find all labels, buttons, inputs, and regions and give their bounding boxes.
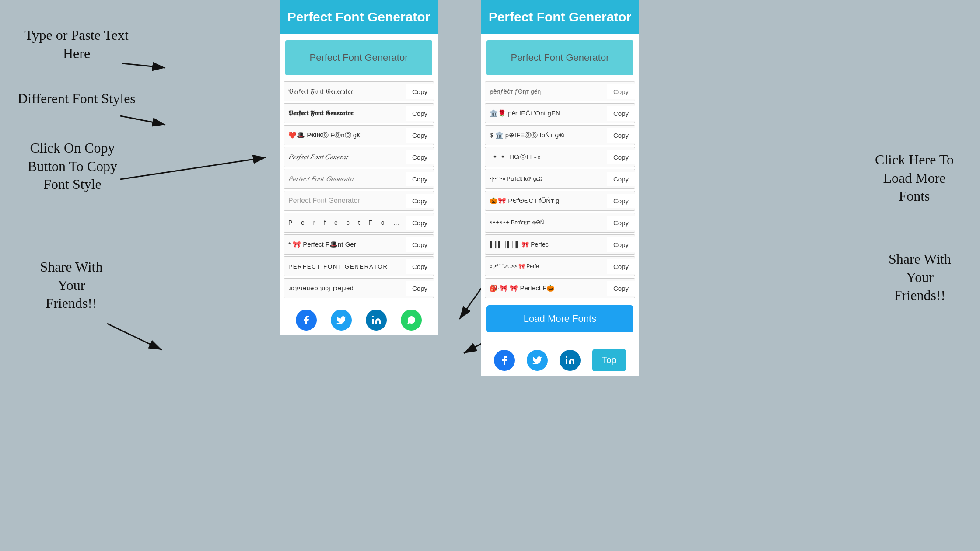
right-font-text-5: 🎃🎀 PЄfΘЄCT fÕŃт g xyxy=(485,194,607,207)
right-copy-btn-3[interactable]: Copy xyxy=(607,150,635,164)
right-font-text-1: 🏛️🌹 pér fEČt 'Ont gEN xyxy=(485,107,607,120)
right-font-text-0: ᵽёяƒёčт ƒΘŋт gёη xyxy=(485,85,607,98)
svg-point-8 xyxy=(566,356,567,358)
svg-point-7 xyxy=(372,316,374,317)
left-panel: Perfect Font Generator Perfect Font Gene… xyxy=(280,0,438,335)
right-copy-btn-1[interactable]: Copy xyxy=(607,106,635,121)
whatsapp-btn-left[interactable] xyxy=(401,310,422,331)
font-text-10: ɹoʇɐɹǝuǝƃ ʇuoɟ ʇɔǝɟɹǝd xyxy=(284,282,406,294)
copy-btn-9[interactable]: Copy xyxy=(406,259,434,274)
copy-btn-8[interactable]: Copy xyxy=(406,237,434,252)
left-panel-title: Perfect Font Generator xyxy=(287,10,430,24)
right-font-row-9: 🎒·🎀 🎀 Perfect F🎃 Copy xyxy=(485,278,635,298)
right-font-row-8: ¤ᵤ•°⌒ᵥ•..>> 🎀 Perfe Copy xyxy=(485,256,635,276)
left-input-area[interactable]: Perfect Font Generator xyxy=(285,40,432,75)
font-row-4: 𝑃𝑒𝑟𝑓𝑒𝑐𝑡 𝐹𝑜𝑛𝑡 𝐺𝑒𝑛𝑒𝑟𝑎𝑡 Copy xyxy=(284,147,434,167)
font-text-7: P e r f e c t F o n t xyxy=(284,216,406,229)
right-copy-btn-5[interactable]: Copy xyxy=(607,194,635,208)
annotation-load: Click Here ToLoad MoreFonts xyxy=(858,151,971,206)
font-row-9: PERFECT FONT GENERATOR Copy xyxy=(284,256,434,276)
right-font-row-1: 🏛️🌹 pér fEČt 'Ont gEN Copy xyxy=(485,103,635,123)
annotation-type: Type or Paste Text Here xyxy=(13,26,140,63)
right-copy-btn-9[interactable]: Copy xyxy=(607,281,635,296)
right-font-list: ᵽёяƒёčт ƒΘŋт gёη Copy 🏛️🌹 pér fEČt 'Ont … xyxy=(481,81,639,298)
left-font-list: 𝔓𝔢𝔯𝔣𝔢𝔠𝔱 𝔉𝔬𝔫𝔱 𝔊𝔢𝔫𝔢𝔯𝔞𝔱𝔬𝔯 Copy 𝕻𝖊𝖗𝖋𝖊𝖈𝖙 𝕱𝖔𝖓𝖙… xyxy=(280,81,438,298)
twitter-btn-left[interactable] xyxy=(331,310,352,331)
right-copy-btn-8[interactable]: Copy xyxy=(607,259,635,274)
font-text-9: PERFECT FONT GENERATOR xyxy=(284,261,406,272)
right-copy-btn-0[interactable]: Copy xyxy=(607,84,635,99)
right-font-text-9: 🎒·🎀 🎀 Perfect F🎃 xyxy=(485,282,607,295)
annotation-share-left: Share WithYourFriends!! xyxy=(12,258,130,313)
right-font-row-2: $ 🏛️ p⊕fFE⓪⓪ foŃт ɡ€ι Copy xyxy=(485,125,635,145)
font-row-2: 𝕻𝖊𝖗𝖋𝖊𝖈𝖙 𝕱𝖔𝖓𝖙 𝕲𝖊𝖓𝖊𝖗𝖆𝖙𝖔𝖗 Copy xyxy=(284,103,434,123)
right-font-text-2: $ 🏛️ p⊕fFE⓪⓪ foŃт ɡ€ι xyxy=(485,129,607,142)
facebook-btn-left[interactable] xyxy=(296,310,317,331)
left-social-row xyxy=(280,302,438,335)
font-text-1: 𝔓𝔢𝔯𝔣𝔢𝔠𝔱 𝔉𝔬𝔫𝔱 𝔊𝔢𝔫𝔢𝔯𝔞𝔱𝔬𝔯 xyxy=(284,85,406,98)
copy-btn-7[interactable]: Copy xyxy=(406,216,434,230)
annotation-copy: Click On CopyButton To CopyFont Style xyxy=(8,139,137,194)
right-input-text: Perfect Font Generator xyxy=(511,52,609,63)
annotation-styles: Different Font Styles xyxy=(13,90,140,108)
font-text-6: Perfect Font Generator xyxy=(284,194,406,207)
svg-line-2 xyxy=(120,116,165,125)
right-social-row: Top xyxy=(481,341,639,376)
right-panel: Perfect Font Generator Perfect Font Gene… xyxy=(481,0,639,376)
font-text-5: 𝘗𝘦𝘳𝘧𝘦𝘤𝘵 𝘍𝘰𝘯𝘵 𝘎𝘦𝘯𝘦𝘳𝘢𝘵𝘰 xyxy=(284,172,406,185)
copy-btn-3[interactable]: Copy xyxy=(406,128,434,143)
right-panel-header: Perfect Font Generator xyxy=(481,0,639,34)
svg-line-3 xyxy=(120,157,266,179)
facebook-btn-right[interactable] xyxy=(494,350,515,371)
right-font-text-7: ▌║▌║▌║▌ 🎀 Perfec xyxy=(485,238,607,251)
right-copy-btn-2[interactable]: Copy xyxy=(607,128,635,143)
copy-btn-2[interactable]: Copy xyxy=(406,106,434,121)
font-row-6: Perfect Font Generator Copy xyxy=(284,191,434,211)
right-font-row-5: 🎃🎀 PЄfΘЄCT fÕŃт g Copy xyxy=(485,191,635,211)
font-text-4: 𝑃𝑒𝑟𝑓𝑒𝑐𝑡 𝐹𝑜𝑛𝑡 𝐺𝑒𝑛𝑒𝑟𝑎𝑡 xyxy=(284,150,406,164)
copy-btn-1[interactable]: Copy xyxy=(406,84,434,99)
font-row-8: * 🎀 Perfect F🎩nt Ger Copy xyxy=(284,234,434,255)
right-font-row-6: •᷊•✦•᷊•✦ Pɛя'ɛ⊡т ⊕ΘŃ Copy xyxy=(485,213,635,233)
copy-btn-4[interactable]: Copy xyxy=(406,150,434,164)
right-font-row-3: ⁺✦⁺✦⁺ ΠЄr⓪ŦŦ ₣c Copy xyxy=(485,147,635,167)
right-font-text-8: ¤ᵤ•°⌒ᵥ•..>> 🎀 Perfe xyxy=(485,260,607,273)
right-font-text-6: •᷊•✦•᷊•✦ Pɛя'ɛ⊡т ⊕ΘŃ xyxy=(485,217,607,228)
linkedin-btn-left[interactable] xyxy=(366,310,387,331)
copy-btn-6[interactable]: Copy xyxy=(406,194,434,208)
svg-line-4 xyxy=(107,324,162,350)
left-panel-header: Perfect Font Generator xyxy=(280,0,438,34)
font-text-8: * 🎀 Perfect F🎩nt Ger xyxy=(284,238,406,251)
font-row-5: 𝘗𝘦𝘳𝘧𝘦𝘤𝘵 𝘍𝘰𝘯𝘵 𝘎𝘦𝘯𝘦𝘳𝘢𝘵𝘰 Copy xyxy=(284,169,434,189)
right-panel-title: Perfect Font Generator xyxy=(488,10,632,24)
font-row-7: P e r f e c t F o n t Copy xyxy=(284,213,434,233)
left-input-text: Perfect Font Generator xyxy=(310,52,408,63)
annotation-share-right: Share WithYourFriends!! xyxy=(864,250,976,305)
copy-btn-10[interactable]: Copy xyxy=(406,281,434,296)
svg-line-1 xyxy=(122,63,165,68)
right-copy-btn-4[interactable]: Copy xyxy=(607,172,635,186)
right-copy-btn-6[interactable]: Copy xyxy=(607,216,635,230)
right-input-area[interactable]: Perfect Font Generator xyxy=(486,40,634,75)
font-text-3: ❤️🎩 P€ff€⓪ F⓪n⓪ g€ xyxy=(284,129,406,142)
linkedin-btn-right[interactable] xyxy=(560,350,581,371)
twitter-btn-right[interactable] xyxy=(527,350,548,371)
copy-btn-5[interactable]: Copy xyxy=(406,172,434,186)
right-font-text-4: •|••°°•» PɛrfɛⓄt fo᷊ᵗ gɛΩ xyxy=(485,173,607,185)
top-button[interactable]: Top xyxy=(592,349,626,371)
right-font-row-0: ᵽёяƒёčт ƒΘŋт gёη Copy xyxy=(485,81,635,101)
font-row-10: ɹoʇɐɹǝuǝƃ ʇuoɟ ʇɔǝɟɹǝd Copy xyxy=(284,278,434,298)
right-copy-btn-7[interactable]: Copy xyxy=(607,237,635,252)
load-more-button[interactable]: Load More Fonts xyxy=(486,305,634,332)
font-row-3: ❤️🎩 P€ff€⓪ F⓪n⓪ g€ Copy xyxy=(284,125,434,145)
right-font-text-3: ⁺✦⁺✦⁺ ΠЄr⓪ŦŦ ₣c xyxy=(485,150,607,164)
right-font-row-4: •|••°°•» PɛrfɛⓄt fo᷊ᵗ gɛΩ Copy xyxy=(485,169,635,189)
font-text-2: 𝕻𝖊𝖗𝖋𝖊𝖈𝖙 𝕱𝖔𝖓𝖙 𝕲𝖊𝖓𝖊𝖗𝖆𝖙𝖔𝖗 xyxy=(284,107,406,120)
font-row-1: 𝔓𝔢𝔯𝔣𝔢𝔠𝔱 𝔉𝔬𝔫𝔱 𝔊𝔢𝔫𝔢𝔯𝔞𝔱𝔬𝔯 Copy xyxy=(284,81,434,101)
right-font-row-7: ▌║▌║▌║▌ 🎀 Perfec Copy xyxy=(485,234,635,255)
